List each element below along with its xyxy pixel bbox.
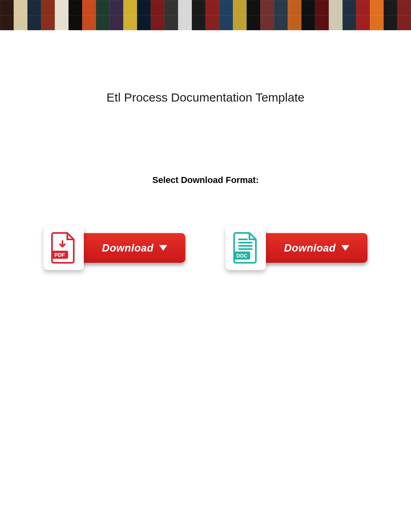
page-title: Etl Process Documentation Template <box>0 91 411 104</box>
doc-file-tile: DOC <box>226 226 266 270</box>
download-unit-doc: DOC Download <box>226 226 367 270</box>
download-row: PDF Download DOC Download <box>0 226 411 270</box>
pdf-file-icon: PDF <box>51 232 76 264</box>
download-doc-button[interactable]: Download <box>259 233 367 263</box>
download-arrow-icon <box>341 245 349 251</box>
download-pdf-button[interactable]: Download <box>77 233 185 263</box>
download-doc-label: Download <box>284 242 336 254</box>
download-unit-pdf: PDF Download <box>44 226 185 270</box>
banner-collage <box>0 0 411 30</box>
pdf-file-tile: PDF <box>44 226 84 270</box>
select-format-heading: Select Download Format: <box>0 175 411 185</box>
download-pdf-label: Download <box>102 242 154 254</box>
doc-file-icon: DOC <box>233 232 258 264</box>
doc-badge-label: DOC <box>237 253 247 259</box>
download-arrow-icon <box>159 245 167 251</box>
pdf-badge-label: PDF <box>54 252 65 258</box>
